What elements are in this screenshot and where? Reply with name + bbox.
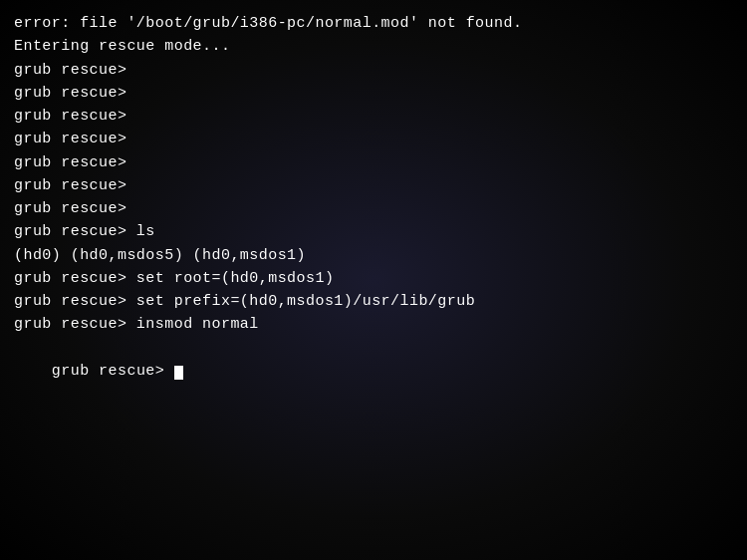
prompt-line-2: grub rescue> [14,82,733,105]
set-root-line: grub rescue> set root=(hd0,msdos1) [14,267,733,290]
final-prompt-line[interactable]: grub rescue> [14,337,733,407]
prompt-line-3: grub rescue> [14,105,733,128]
prompt-line-1: grub rescue> [14,59,733,82]
terminal-screen: error: file '/boot/grub/i386-pc/normal.m… [0,0,747,560]
set-prefix-line: grub rescue> set prefix=(hd0,msdos1)/usr… [14,290,733,313]
insmod-line: grub rescue> insmod normal [14,313,733,336]
prompt-line-5: grub rescue> [14,151,733,174]
ls-command-line: grub rescue> ls [14,220,733,243]
final-prompt-text: grub rescue> [52,363,174,380]
error-line: error: file '/boot/grub/i386-pc/normal.m… [14,12,733,35]
ls-output-line: (hd0) (hd0,msdos5) (hd0,msdos1) [14,244,733,267]
entering-rescue-line: Entering rescue mode... [14,35,733,58]
prompt-line-7: grub rescue> [14,197,733,220]
cursor-blink [174,366,183,380]
prompt-line-4: grub rescue> [14,128,733,150]
prompt-line-6: grub rescue> [14,174,733,197]
